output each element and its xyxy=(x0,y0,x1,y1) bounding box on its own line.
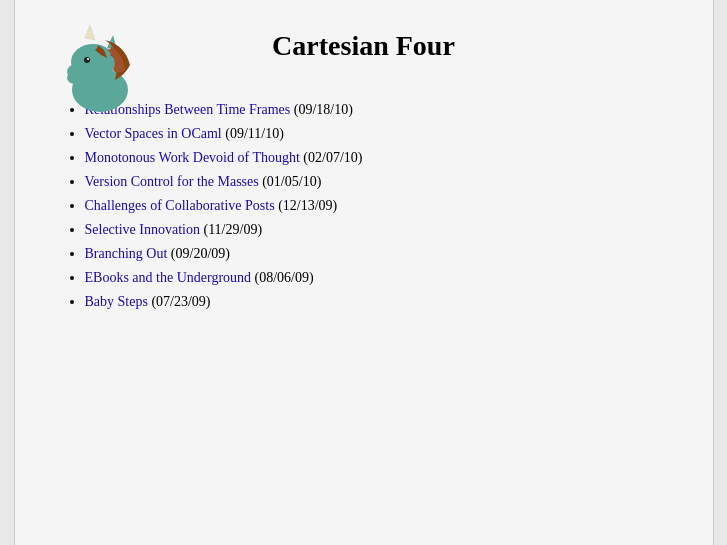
list-item: EBooks and the Underground (08/06/09) xyxy=(85,270,673,286)
post-link[interactable]: Monotonous Work Devoid of Thought xyxy=(85,150,300,165)
list-item: Relationships Between Time Frames (09/18… xyxy=(85,102,673,118)
svg-marker-3 xyxy=(85,25,95,40)
list-item: Monotonous Work Devoid of Thought (02/07… xyxy=(85,150,673,166)
page-container: Cartesian Four Relationships Between Tim… xyxy=(14,0,714,545)
post-date: (02/07/10) xyxy=(300,150,363,165)
post-date: (09/11/10) xyxy=(222,126,284,141)
svg-point-6 xyxy=(87,58,89,60)
unicorn-logo xyxy=(55,20,145,124)
post-link[interactable]: EBooks and the Underground xyxy=(85,270,252,285)
header: Cartesian Four xyxy=(55,20,673,92)
post-date: (09/18/10) xyxy=(290,102,353,117)
post-date: (12/13/09) xyxy=(275,198,338,213)
post-link[interactable]: Branching Out xyxy=(85,246,168,261)
list-item: Baby Steps (07/23/09) xyxy=(85,294,673,310)
list-item: Selective Innovation (11/29/09) xyxy=(85,222,673,238)
svg-point-8 xyxy=(67,72,83,84)
post-link[interactable]: Version Control for the Masses xyxy=(85,174,259,189)
post-date: (08/06/09) xyxy=(251,270,314,285)
post-date: (01/05/10) xyxy=(259,174,322,189)
list-item: Version Control for the Masses (01/05/10… xyxy=(85,174,673,190)
post-link[interactable]: Vector Spaces in OCaml xyxy=(85,126,222,141)
post-date: (09/20/09) xyxy=(167,246,230,261)
list-item: Challenges of Collaborative Posts (12/13… xyxy=(85,198,673,214)
post-date: (07/23/09) xyxy=(148,294,211,309)
list-item: Branching Out (09/20/09) xyxy=(85,246,673,262)
svg-point-5 xyxy=(84,57,90,63)
list-item: Vector Spaces in OCaml (09/11/10) xyxy=(85,126,673,142)
post-link[interactable]: Selective Innovation xyxy=(85,222,200,237)
unicorn-icon xyxy=(55,20,145,120)
post-link[interactable]: Baby Steps xyxy=(85,294,148,309)
page-title: Cartesian Four xyxy=(272,30,455,62)
posts-list: Relationships Between Time Frames (09/18… xyxy=(55,102,673,310)
post-date: (11/29/09) xyxy=(200,222,262,237)
post-link[interactable]: Challenges of Collaborative Posts xyxy=(85,198,275,213)
